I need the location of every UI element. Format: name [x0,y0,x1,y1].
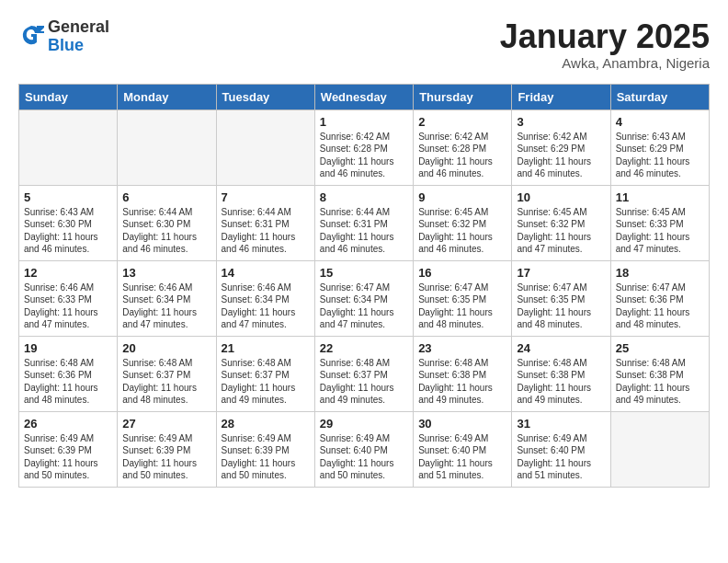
day-info: Sunrise: 6:46 AM Sunset: 6:33 PM Dayligh… [24,282,112,331]
header: General Blue January 2025 Awka, Anambra,… [18,18,710,71]
day-info: Sunrise: 6:44 AM Sunset: 6:31 PM Dayligh… [222,206,310,256]
day-number: 31 [517,417,605,431]
day-number: 25 [616,341,704,355]
calendar-cell: 31Sunrise: 6:49 AM Sunset: 6:40 PM Dayli… [512,411,610,487]
day-info: Sunrise: 6:44 AM Sunset: 6:31 PM Dayligh… [320,206,408,256]
calendar-subtitle: Awka, Anambra, Nigeria [500,55,710,71]
calendar-cell [216,109,314,185]
calendar-week-row: 19Sunrise: 6:48 AM Sunset: 6:36 PM Dayli… [19,336,710,411]
day-number: 19 [24,341,112,355]
day-number: 27 [122,417,210,431]
day-info: Sunrise: 6:48 AM Sunset: 6:38 PM Dayligh… [517,357,605,407]
day-number: 15 [320,266,408,280]
day-number: 24 [517,341,605,355]
day-number: 14 [222,266,310,280]
day-info: Sunrise: 6:47 AM Sunset: 6:36 PM Dayligh… [616,282,704,331]
day-info: Sunrise: 6:47 AM Sunset: 6:35 PM Dayligh… [418,282,506,331]
calendar-cell: 18Sunrise: 6:47 AM Sunset: 6:36 PM Dayli… [610,260,709,336]
day-number: 20 [122,341,210,355]
day-number: 26 [24,417,112,431]
day-info: Sunrise: 6:48 AM Sunset: 6:37 PM Dayligh… [122,357,210,407]
calendar-cell: 14Sunrise: 6:46 AM Sunset: 6:34 PM Dayli… [216,260,314,336]
day-info: Sunrise: 6:47 AM Sunset: 6:34 PM Dayligh… [320,282,408,331]
day-number: 18 [616,266,704,280]
day-info: Sunrise: 6:48 AM Sunset: 6:37 PM Dayligh… [222,357,310,407]
calendar-cell: 1Sunrise: 6:42 AM Sunset: 6:28 PM Daylig… [314,109,413,185]
calendar-week-row: 26Sunrise: 6:49 AM Sunset: 6:39 PM Dayli… [19,411,710,487]
calendar-cell: 5Sunrise: 6:43 AM Sunset: 6:30 PM Daylig… [19,185,118,260]
day-number: 1 [320,115,408,129]
day-number: 3 [517,115,605,129]
day-number: 2 [418,115,506,129]
calendar-cell: 4Sunrise: 6:43 AM Sunset: 6:29 PM Daylig… [610,109,709,185]
calendar-cell: 6Sunrise: 6:44 AM Sunset: 6:30 PM Daylig… [118,185,216,260]
day-number: 23 [418,341,506,355]
day-number: 7 [222,190,310,204]
page: General Blue January 2025 Awka, Anambra,… [0,0,728,506]
calendar-cell: 10Sunrise: 6:45 AM Sunset: 6:32 PM Dayli… [512,185,610,260]
day-number: 12 [24,266,112,280]
calendar-week-row: 5Sunrise: 6:43 AM Sunset: 6:30 PM Daylig… [19,185,710,260]
header-friday: Friday [512,84,610,109]
calendar-cell: 2Sunrise: 6:42 AM Sunset: 6:28 PM Daylig… [414,109,512,185]
day-info: Sunrise: 6:46 AM Sunset: 6:34 PM Dayligh… [122,282,210,331]
calendar-week-row: 12Sunrise: 6:46 AM Sunset: 6:33 PM Dayli… [19,260,710,336]
calendar-cell: 21Sunrise: 6:48 AM Sunset: 6:37 PM Dayli… [216,336,314,411]
calendar-cell [118,109,216,185]
day-info: Sunrise: 6:45 AM Sunset: 6:32 PM Dayligh… [517,206,605,256]
calendar-table: Sunday Monday Tuesday Wednesday Thursday… [18,84,710,488]
day-number: 8 [320,190,408,204]
calendar-cell: 7Sunrise: 6:44 AM Sunset: 6:31 PM Daylig… [216,185,314,260]
logo-text: General Blue [48,18,109,55]
day-number: 21 [222,341,310,355]
calendar-cell: 13Sunrise: 6:46 AM Sunset: 6:34 PM Dayli… [118,260,216,336]
day-info: Sunrise: 6:49 AM Sunset: 6:39 PM Dayligh… [24,432,112,482]
day-info: Sunrise: 6:44 AM Sunset: 6:30 PM Dayligh… [122,206,210,256]
day-number: 29 [320,417,408,431]
calendar-cell: 30Sunrise: 6:49 AM Sunset: 6:40 PM Dayli… [414,411,512,487]
calendar-cell: 29Sunrise: 6:49 AM Sunset: 6:40 PM Dayli… [314,411,413,487]
calendar-cell: 9Sunrise: 6:45 AM Sunset: 6:32 PM Daylig… [414,185,512,260]
calendar-cell [19,109,118,185]
day-info: Sunrise: 6:42 AM Sunset: 6:28 PM Dayligh… [418,131,506,180]
header-monday: Monday [118,84,216,109]
day-number: 4 [616,115,704,129]
calendar-cell: 11Sunrise: 6:45 AM Sunset: 6:33 PM Dayli… [610,185,709,260]
day-info: Sunrise: 6:48 AM Sunset: 6:37 PM Dayligh… [320,357,408,407]
day-info: Sunrise: 6:48 AM Sunset: 6:36 PM Dayligh… [24,357,112,407]
header-sunday: Sunday [19,84,118,109]
calendar-cell: 22Sunrise: 6:48 AM Sunset: 6:37 PM Dayli… [314,336,413,411]
calendar-cell: 12Sunrise: 6:46 AM Sunset: 6:33 PM Dayli… [19,260,118,336]
header-wednesday: Wednesday [314,84,413,109]
day-number: 9 [418,190,506,204]
calendar-cell: 3Sunrise: 6:42 AM Sunset: 6:29 PM Daylig… [512,109,610,185]
day-number: 28 [222,417,310,431]
day-info: Sunrise: 6:49 AM Sunset: 6:40 PM Dayligh… [320,432,408,482]
logo: General Blue [18,18,109,55]
calendar-cell: 8Sunrise: 6:44 AM Sunset: 6:31 PM Daylig… [314,185,413,260]
title-block: January 2025 Awka, Anambra, Nigeria [500,18,710,71]
day-info: Sunrise: 6:47 AM Sunset: 6:35 PM Dayligh… [517,282,605,331]
header-tuesday: Tuesday [216,84,314,109]
logo-general: General [48,18,109,37]
day-info: Sunrise: 6:48 AM Sunset: 6:38 PM Dayligh… [418,357,506,407]
calendar-cell: 26Sunrise: 6:49 AM Sunset: 6:39 PM Dayli… [19,411,118,487]
calendar-week-row: 1Sunrise: 6:42 AM Sunset: 6:28 PM Daylig… [19,109,710,185]
day-number: 13 [122,266,210,280]
calendar-cell: 24Sunrise: 6:48 AM Sunset: 6:38 PM Dayli… [512,336,610,411]
day-info: Sunrise: 6:42 AM Sunset: 6:28 PM Dayligh… [320,131,408,180]
calendar-cell: 27Sunrise: 6:49 AM Sunset: 6:39 PM Dayli… [118,411,216,487]
calendar-cell: 28Sunrise: 6:49 AM Sunset: 6:39 PM Dayli… [216,411,314,487]
calendar-cell: 17Sunrise: 6:47 AM Sunset: 6:35 PM Dayli… [512,260,610,336]
calendar-cell: 25Sunrise: 6:48 AM Sunset: 6:38 PM Dayli… [610,336,709,411]
day-info: Sunrise: 6:45 AM Sunset: 6:33 PM Dayligh… [616,206,704,256]
day-info: Sunrise: 6:43 AM Sunset: 6:30 PM Dayligh… [24,206,112,256]
calendar-cell: 23Sunrise: 6:48 AM Sunset: 6:38 PM Dayli… [414,336,512,411]
logo-icon [18,22,44,48]
calendar-title: January 2025 [500,18,710,55]
weekday-header-row: Sunday Monday Tuesday Wednesday Thursday… [19,84,710,109]
calendar-cell: 15Sunrise: 6:47 AM Sunset: 6:34 PM Dayli… [314,260,413,336]
day-number: 17 [517,266,605,280]
day-number: 22 [320,341,408,355]
day-number: 5 [24,190,112,204]
